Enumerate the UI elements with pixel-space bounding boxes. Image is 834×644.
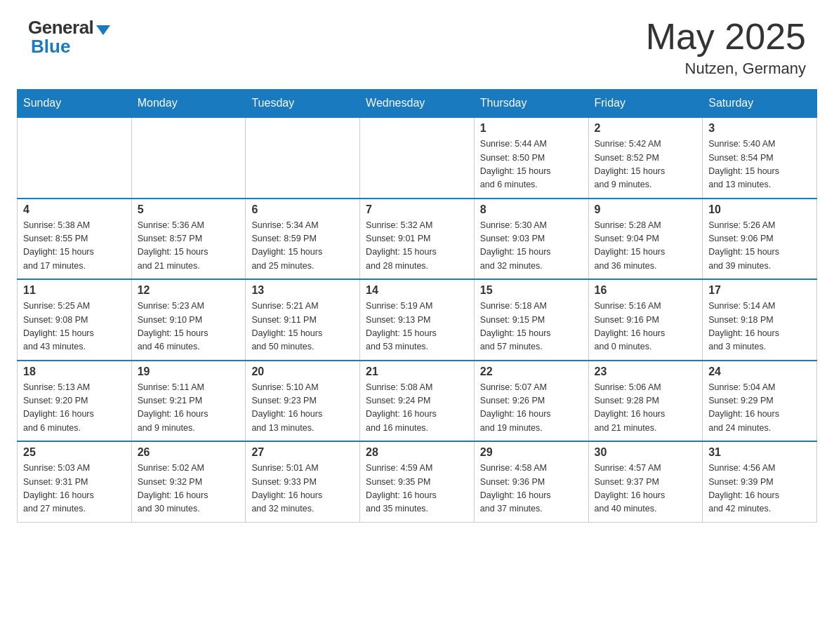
- day-number: 11: [23, 284, 126, 297]
- day-info: Sunrise: 5:21 AM Sunset: 9:11 PM Dayligh…: [251, 300, 354, 354]
- weekday-header-thursday: Thursday: [474, 90, 588, 118]
- day-info: Sunrise: 5:44 AM Sunset: 8:50 PM Dayligh…: [480, 137, 583, 192]
- day-number: 31: [708, 446, 811, 459]
- calendar-cell: 20Sunrise: 5:10 AM Sunset: 9:23 PM Dayli…: [246, 361, 360, 442]
- calendar-cell: 14Sunrise: 5:19 AM Sunset: 9:13 PM Dayli…: [360, 279, 475, 361]
- day-info: Sunrise: 4:57 AM Sunset: 9:37 PM Dayligh…: [595, 462, 697, 516]
- weekday-row: SundayMondayTuesdayWednesdayThursdayFrid…: [18, 90, 817, 118]
- day-info: Sunrise: 4:59 AM Sunset: 9:35 PM Dayligh…: [366, 462, 468, 516]
- calendar-cell: 6Sunrise: 5:34 AM Sunset: 8:59 PM Daylig…: [246, 199, 360, 280]
- calendar-cell: 12Sunrise: 5:23 AM Sunset: 9:10 PM Dayli…: [131, 279, 246, 361]
- day-info: Sunrise: 5:32 AM Sunset: 9:01 PM Dayligh…: [366, 219, 468, 274]
- day-info: Sunrise: 5:06 AM Sunset: 9:28 PM Dayligh…: [595, 381, 697, 436]
- day-number: 8: [480, 203, 583, 216]
- calendar-cell: 19Sunrise: 5:11 AM Sunset: 9:21 PM Dayli…: [131, 361, 246, 442]
- day-info: Sunrise: 5:30 AM Sunset: 9:03 PM Dayligh…: [480, 219, 583, 274]
- calendar-cell: 7Sunrise: 5:32 AM Sunset: 9:01 PM Daylig…: [360, 199, 475, 280]
- day-info: Sunrise: 5:13 AM Sunset: 9:20 PM Dayligh…: [23, 381, 126, 436]
- logo-blue-text: Blue: [28, 36, 70, 58]
- logo-arrow-icon: [96, 25, 110, 35]
- header: General Blue May 2025 Nutzen, Germany: [0, 0, 834, 89]
- calendar-cell: 29Sunrise: 4:58 AM Sunset: 9:36 PM Dayli…: [474, 441, 588, 522]
- day-number: 23: [595, 365, 697, 378]
- calendar-cell: 11Sunrise: 5:25 AM Sunset: 9:08 PM Dayli…: [18, 279, 132, 361]
- day-number: 2: [595, 122, 697, 135]
- day-number: 6: [251, 203, 354, 216]
- day-number: 22: [480, 365, 583, 378]
- day-number: 18: [23, 365, 126, 378]
- day-number: 4: [23, 203, 126, 216]
- day-number: 30: [595, 446, 697, 459]
- calendar-cell: 28Sunrise: 4:59 AM Sunset: 9:35 PM Dayli…: [360, 441, 475, 522]
- calendar-cell: 25Sunrise: 5:03 AM Sunset: 9:31 PM Dayli…: [18, 441, 132, 522]
- calendar-cell: 5Sunrise: 5:36 AM Sunset: 8:57 PM Daylig…: [131, 199, 246, 280]
- day-info: Sunrise: 5:03 AM Sunset: 9:31 PM Dayligh…: [23, 462, 126, 516]
- day-info: Sunrise: 5:10 AM Sunset: 9:23 PM Dayligh…: [251, 381, 354, 436]
- calendar-week-2: 4Sunrise: 5:38 AM Sunset: 8:55 PM Daylig…: [18, 199, 817, 280]
- calendar-cell: 27Sunrise: 5:01 AM Sunset: 9:33 PM Dayli…: [246, 441, 360, 522]
- day-info: Sunrise: 5:28 AM Sunset: 9:04 PM Dayligh…: [595, 219, 697, 274]
- weekday-header-tuesday: Tuesday: [246, 90, 360, 118]
- day-number: 24: [708, 365, 811, 378]
- day-number: 16: [595, 284, 697, 297]
- weekday-header-saturday: Saturday: [703, 90, 817, 118]
- day-number: 15: [480, 284, 583, 297]
- day-number: 14: [366, 284, 468, 297]
- day-info: Sunrise: 5:36 AM Sunset: 8:57 PM Dayligh…: [138, 219, 240, 274]
- calendar-body: 1Sunrise: 5:44 AM Sunset: 8:50 PM Daylig…: [18, 117, 817, 522]
- day-number: 20: [251, 365, 354, 378]
- weekday-header-sunday: Sunday: [18, 90, 132, 118]
- calendar-cell: 15Sunrise: 5:18 AM Sunset: 9:15 PM Dayli…: [474, 279, 588, 361]
- month-title: May 2025: [646, 17, 806, 57]
- day-info: Sunrise: 5:11 AM Sunset: 9:21 PM Dayligh…: [138, 381, 240, 436]
- day-number: 28: [366, 446, 468, 459]
- calendar-cell: 30Sunrise: 4:57 AM Sunset: 9:37 PM Dayli…: [588, 441, 703, 522]
- day-number: 27: [251, 446, 354, 459]
- day-info: Sunrise: 5:42 AM Sunset: 8:52 PM Dayligh…: [595, 137, 697, 192]
- day-info: Sunrise: 5:01 AM Sunset: 9:33 PM Dayligh…: [251, 462, 354, 516]
- weekday-header-monday: Monday: [131, 90, 246, 118]
- calendar-cell: 9Sunrise: 5:28 AM Sunset: 9:04 PM Daylig…: [588, 199, 703, 280]
- weekday-header-wednesday: Wednesday: [360, 90, 475, 118]
- location-title: Nutzen, Germany: [646, 60, 806, 78]
- calendar-week-4: 18Sunrise: 5:13 AM Sunset: 9:20 PM Dayli…: [18, 361, 817, 442]
- calendar-cell: [360, 117, 475, 199]
- day-number: 13: [251, 284, 354, 297]
- day-info: Sunrise: 5:14 AM Sunset: 9:18 PM Dayligh…: [708, 300, 811, 354]
- day-info: Sunrise: 5:07 AM Sunset: 9:26 PM Dayligh…: [480, 381, 583, 436]
- calendar-week-3: 11Sunrise: 5:25 AM Sunset: 9:08 PM Dayli…: [18, 279, 817, 361]
- calendar-cell: 23Sunrise: 5:06 AM Sunset: 9:28 PM Dayli…: [588, 361, 703, 442]
- day-number: 9: [595, 203, 697, 216]
- calendar-cell: 8Sunrise: 5:30 AM Sunset: 9:03 PM Daylig…: [474, 199, 588, 280]
- calendar-week-5: 25Sunrise: 5:03 AM Sunset: 9:31 PM Dayli…: [18, 441, 817, 522]
- title-block: May 2025 Nutzen, Germany: [646, 17, 806, 78]
- calendar-cell: 21Sunrise: 5:08 AM Sunset: 9:24 PM Dayli…: [360, 361, 475, 442]
- day-info: Sunrise: 5:23 AM Sunset: 9:10 PM Dayligh…: [138, 300, 240, 354]
- day-info: Sunrise: 5:18 AM Sunset: 9:15 PM Dayligh…: [480, 300, 583, 354]
- calendar-table: SundayMondayTuesdayWednesdayThursdayFrid…: [17, 89, 817, 523]
- day-number: 21: [366, 365, 468, 378]
- day-number: 10: [708, 203, 811, 216]
- calendar-cell: 2Sunrise: 5:42 AM Sunset: 8:52 PM Daylig…: [588, 117, 703, 199]
- logo: General Blue: [28, 17, 110, 58]
- day-info: Sunrise: 5:19 AM Sunset: 9:13 PM Dayligh…: [366, 300, 468, 354]
- day-number: 3: [708, 122, 811, 135]
- day-number: 5: [138, 203, 240, 216]
- calendar-cell: [131, 117, 246, 199]
- day-info: Sunrise: 4:58 AM Sunset: 9:36 PM Dayligh…: [480, 462, 583, 516]
- calendar-cell: [18, 117, 132, 199]
- day-info: Sunrise: 5:25 AM Sunset: 9:08 PM Dayligh…: [23, 300, 126, 354]
- calendar-cell: 31Sunrise: 4:56 AM Sunset: 9:39 PM Dayli…: [703, 441, 817, 522]
- calendar-cell: 17Sunrise: 5:14 AM Sunset: 9:18 PM Dayli…: [703, 279, 817, 361]
- calendar-header: SundayMondayTuesdayWednesdayThursdayFrid…: [18, 90, 817, 118]
- day-info: Sunrise: 5:02 AM Sunset: 9:32 PM Dayligh…: [138, 462, 240, 516]
- calendar-cell: 13Sunrise: 5:21 AM Sunset: 9:11 PM Dayli…: [246, 279, 360, 361]
- day-info: Sunrise: 5:04 AM Sunset: 9:29 PM Dayligh…: [708, 381, 811, 436]
- day-number: 26: [138, 446, 240, 459]
- weekday-header-friday: Friday: [588, 90, 703, 118]
- calendar-cell: 26Sunrise: 5:02 AM Sunset: 9:32 PM Dayli…: [131, 441, 246, 522]
- day-info: Sunrise: 4:56 AM Sunset: 9:39 PM Dayligh…: [708, 462, 811, 516]
- calendar-cell: 10Sunrise: 5:26 AM Sunset: 9:06 PM Dayli…: [703, 199, 817, 280]
- calendar-cell: [246, 117, 360, 199]
- day-info: Sunrise: 5:34 AM Sunset: 8:59 PM Dayligh…: [251, 219, 354, 274]
